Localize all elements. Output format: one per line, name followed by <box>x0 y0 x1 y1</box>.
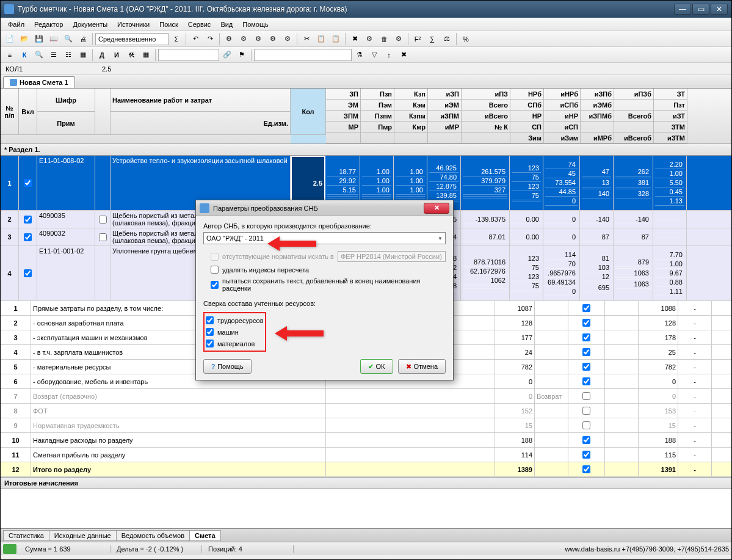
sub-combo2[interactable] <box>254 49 352 61</box>
weight-combo[interactable]: Средневзвешенно <box>95 33 169 45</box>
calc-row[interactable]: 8ФОТ152153- <box>1 404 731 418</box>
author-combo[interactable]: ОАО "РЖД" - 2011 <box>203 232 446 244</box>
status-sum: Сумма = 1 639 <box>19 545 111 553</box>
sub-search-icon[interactable]: 🔍 <box>32 48 46 62</box>
doc-tab-1[interactable]: Новая Смета 1 <box>3 76 75 88</box>
sub-tab-icon[interactable]: ▦ <box>139 48 153 62</box>
chk-mach[interactable]: машин <box>206 326 264 338</box>
percent-icon[interactable]: % <box>459 32 473 46</box>
menu-documents[interactable]: Документы <box>68 20 112 29</box>
sub-funnel-icon[interactable]: ▽ <box>368 48 381 62</box>
f2-icon[interactable]: F² <box>411 32 424 46</box>
chk-mat[interactable]: материалов <box>206 338 264 349</box>
sub-combo1[interactable] <box>158 49 219 61</box>
opt-keep-text-check[interactable] <box>211 281 219 289</box>
paste-icon[interactable]: 📋 <box>329 32 342 46</box>
arrow-annotation-1 <box>267 231 316 258</box>
chk-mat-check[interactable] <box>206 340 214 347</box>
col-code: Шифр <box>37 89 95 112</box>
row-check[interactable] <box>24 216 32 224</box>
calc-row[interactable]: 9Нормативная трудоемкость1515- <box>1 418 731 433</box>
cut-icon[interactable]: ✂ <box>300 32 313 46</box>
menu-help[interactable]: Помощь <box>237 20 274 29</box>
menu-file[interactable]: Файл <box>3 20 29 29</box>
sub-tree-icon[interactable]: ☰ <box>47 48 60 62</box>
delete-icon[interactable]: ✖ <box>348 32 361 46</box>
sub1-icon[interactable]: ≡ <box>3 48 16 62</box>
minimize-button[interactable]: — <box>674 4 691 15</box>
sub-flag-icon[interactable]: ⚑ <box>235 48 248 62</box>
book-icon[interactable]: 📖 <box>47 32 60 46</box>
balance-icon[interactable]: ⚖ <box>440 32 454 46</box>
opt-keep-text[interactable]: пытаться сохранить текст, добавленный в … <box>211 275 446 294</box>
open-icon[interactable]: 📂 <box>18 32 31 46</box>
print-icon[interactable]: 🖨 <box>76 32 90 46</box>
tool7-icon[interactable]: 🗑 <box>377 32 391 46</box>
chk-labor[interactable]: трудоресурсов <box>206 315 264 326</box>
tool-icon[interactable]: ⚙ <box>222 32 236 46</box>
calc-row[interactable]: 11Сметная прибыль по разделу114115- <box>1 448 731 462</box>
final-section[interactable]: Итоговые начисления <box>1 477 731 489</box>
sub-clear-icon[interactable]: ✖ <box>397 48 410 62</box>
menu-editor[interactable]: Редактор <box>29 20 68 29</box>
chk-mach-check[interactable] <box>206 328 214 336</box>
opt-missing: отсутствующие нормативы искать в ФЕР НР2… <box>211 249 446 264</box>
row-check[interactable] <box>24 179 32 187</box>
col-unit: Ед.изм. <box>111 112 291 135</box>
opt-del-idx[interactable]: удалять индексы пересчета <box>211 264 446 275</box>
help-button[interactable]: ?Помощь <box>203 359 252 374</box>
doc-tabs: Новая Смета 1 <box>1 75 731 89</box>
btab-estimate[interactable]: Смета <box>189 530 221 541</box>
tool5-icon[interactable]: ⚙ <box>281 32 294 46</box>
row-check[interactable] <box>24 269 32 277</box>
tool2-icon[interactable]: ⚙ <box>237 32 250 46</box>
btab-stats[interactable]: Статистика <box>3 530 49 541</box>
dialog-title: Параметры преобразования СНБ <box>213 205 424 212</box>
calc-icon[interactable]: ∑ <box>426 32 439 46</box>
btab-volumes[interactable]: Ведомость объемов <box>116 530 190 541</box>
opt-missing-check <box>211 253 219 261</box>
menu-view[interactable]: Вид <box>216 20 237 29</box>
redo-icon[interactable]: ↷ <box>203 32 217 46</box>
tool8-icon[interactable]: ⚙ <box>392 32 405 46</box>
calc-row[interactable]: 7Возврат (справочно)0Возврат0- <box>1 389 731 404</box>
sub-k-icon[interactable]: К <box>18 48 31 62</box>
sub-link-icon[interactable]: 🔗 <box>220 48 234 62</box>
sub-list-icon[interactable]: ☷ <box>62 48 75 62</box>
menu-search[interactable]: Поиск <box>154 20 183 29</box>
chk-labor-check[interactable] <box>206 316 214 324</box>
ok-button[interactable]: ✔ОК <box>360 359 393 374</box>
dialog-titlebar: Параметры преобразования СНБ ✕ <box>196 200 453 216</box>
menu-sources[interactable]: Источники <box>112 20 154 29</box>
menu-service[interactable]: Сервис <box>183 20 216 29</box>
sub-d-icon[interactable]: Д <box>95 48 109 62</box>
close-button[interactable]: ✕ <box>711 4 728 15</box>
opt-del-idx-check[interactable] <box>211 266 219 274</box>
section-header[interactable]: * Раздел 1. <box>1 144 731 156</box>
new-icon[interactable]: 📄 <box>3 32 16 46</box>
status-site: www.data-basis.ru +7(495)796-3009, +7(49… <box>565 545 729 553</box>
sub-sort-icon[interactable]: ↕ <box>382 48 396 62</box>
tool3-icon[interactable]: ⚙ <box>252 32 265 46</box>
calc-row[interactable]: 10Накладные расходы по разделу188188- <box>1 433 731 448</box>
sub-view-icon[interactable]: ▦ <box>76 48 90 62</box>
calc-row[interactable]: 12Итого по разделу13891391- <box>1 462 731 477</box>
tab-label: Новая Смета 1 <box>20 79 68 86</box>
arrow-annotation-2 <box>275 321 324 348</box>
sub-filter-icon[interactable]: ⚗ <box>353 48 366 62</box>
row-check[interactable] <box>24 233 32 241</box>
save-icon[interactable]: 💾 <box>32 32 46 46</box>
tool6-icon[interactable]: ⚙ <box>363 32 376 46</box>
tool4-icon[interactable]: ⚙ <box>266 32 280 46</box>
undo-icon[interactable]: ↶ <box>189 32 202 46</box>
sum-icon[interactable]: Σ <box>170 32 183 46</box>
cell-ref: КОЛ1 <box>5 65 97 73</box>
preview-icon[interactable]: 🔍 <box>62 32 75 46</box>
maximize-button[interactable]: ▭ <box>692 4 709 15</box>
sub-tools-icon[interactable]: 🛠 <box>125 48 138 62</box>
copy-icon[interactable]: 📋 <box>314 32 328 46</box>
btab-source[interactable]: Исходные данные <box>49 530 117 541</box>
dialog-close-button[interactable]: ✕ <box>424 203 449 214</box>
cancel-button[interactable]: ✖Отмена <box>398 359 446 374</box>
sub-i-icon[interactable]: И <box>110 48 123 62</box>
